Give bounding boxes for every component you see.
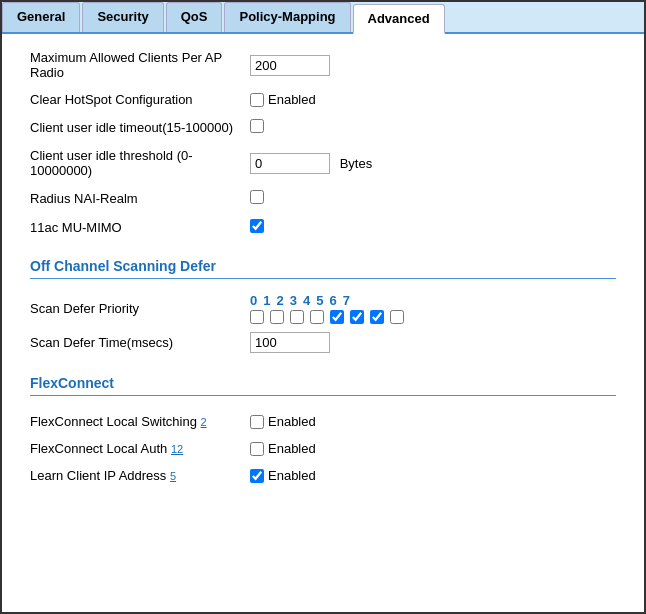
off-channel-header-cell: Off Channel Scanning Defer — [22, 242, 624, 291]
priority-1: 1 — [263, 293, 270, 308]
clear-hotspot-label: Clear HotSpot Configuration — [22, 86, 242, 113]
scan-priority-check-2[interactable] — [290, 310, 304, 324]
scan-defer-priority-value-cell: 0 1 2 3 4 5 6 7 — [242, 291, 624, 326]
flexconnect-header-row: FlexConnect — [22, 359, 624, 408]
client-idle-threshold-input[interactable] — [250, 153, 330, 174]
flexconnect-local-auth-row: FlexConnect Local Auth 12 Enabled — [22, 435, 624, 462]
priority-7: 7 — [343, 293, 350, 308]
mu-mimo-row: 11ac MU-MIMO — [22, 213, 624, 242]
flexconnect-local-switching-row: FlexConnect Local Switching 2 Enabled — [22, 408, 624, 435]
max-clients-input[interactable] — [250, 55, 330, 76]
flexconnect-local-switching-label-cell: FlexConnect Local Switching 2 — [22, 408, 242, 435]
client-idle-threshold-label: Client user idle threshold (0-10000000) — [22, 142, 242, 184]
form-table: Maximum Allowed Clients Per AP Radio Cle… — [22, 44, 624, 489]
clear-hotspot-value-cell: Enabled — [242, 86, 624, 113]
priority-4: 4 — [303, 293, 310, 308]
radius-nai-checkbox[interactable] — [250, 190, 264, 204]
flexconnect-local-switching-enabled-label: Enabled — [268, 414, 316, 429]
scan-priority-checkboxes — [250, 310, 616, 324]
radius-nai-label: Radius NAI-Realm — [22, 184, 242, 213]
priority-5: 5 — [316, 293, 323, 308]
scan-priority-labels: 0 1 2 3 4 5 6 7 — [250, 293, 616, 308]
flexconnect-local-switching-footnote[interactable]: 2 — [201, 416, 207, 428]
tab-bar: General Security QoS Policy-Mapping Adva… — [2, 2, 644, 34]
priority-2: 2 — [276, 293, 283, 308]
scan-priority-check-1[interactable] — [270, 310, 284, 324]
tab-qos[interactable]: QoS — [166, 2, 223, 32]
scan-defer-time-row: Scan Defer Time(msecs) — [22, 326, 624, 359]
max-clients-label: Maximum Allowed Clients Per AP Radio — [22, 44, 242, 86]
tab-advanced[interactable]: Advanced — [353, 4, 445, 34]
scan-priority-check-4[interactable] — [330, 310, 344, 324]
scan-priority-check-3[interactable] — [310, 310, 324, 324]
off-channel-header-row: Off Channel Scanning Defer — [22, 242, 624, 291]
client-idle-timeout-label: Client user idle timeout(15-100000) — [22, 113, 242, 142]
flexconnect-local-switching-value-cell: Enabled — [242, 408, 624, 435]
mu-mimo-checkbox[interactable] — [250, 219, 264, 233]
flexconnect-local-auth-checkbox[interactable] — [250, 442, 264, 456]
priority-3: 3 — [290, 293, 297, 308]
client-idle-timeout-checkbox[interactable] — [250, 119, 264, 133]
flexconnect-local-switching-label: FlexConnect Local Switching — [30, 414, 197, 429]
flexconnect-local-auth-label-cell: FlexConnect Local Auth 12 — [22, 435, 242, 462]
max-clients-row: Maximum Allowed Clients Per AP Radio — [22, 44, 624, 86]
flexconnect-divider — [30, 395, 616, 396]
clear-hotspot-enabled-label: Enabled — [268, 92, 316, 107]
client-idle-threshold-value-cell: Bytes — [242, 142, 624, 184]
learn-client-ip-row: Learn Client IP Address 5 Enabled — [22, 462, 624, 489]
mu-mimo-label: 11ac MU-MIMO — [22, 213, 242, 242]
off-channel-divider — [30, 278, 616, 279]
tab-security[interactable]: Security — [82, 2, 163, 32]
priority-6: 6 — [329, 293, 336, 308]
learn-client-ip-value-cell: Enabled — [242, 462, 624, 489]
tab-general[interactable]: General — [2, 2, 80, 32]
scan-priority-check-5[interactable] — [350, 310, 364, 324]
radius-nai-row: Radius NAI-Realm — [22, 184, 624, 213]
learn-client-ip-label: Learn Client IP Address — [30, 468, 166, 483]
scan-priority-check-6[interactable] — [370, 310, 384, 324]
tab-policy-mapping[interactable]: Policy-Mapping — [224, 2, 350, 32]
client-idle-threshold-row: Client user idle threshold (0-10000000) … — [22, 142, 624, 184]
priority-0: 0 — [250, 293, 257, 308]
max-clients-value-cell — [242, 44, 624, 86]
flexconnect-local-auth-value-cell: Enabled — [242, 435, 624, 462]
learn-client-ip-checkbox[interactable] — [250, 469, 264, 483]
radius-nai-value-cell — [242, 184, 624, 213]
clear-hotspot-row: Clear HotSpot Configuration Enabled — [22, 86, 624, 113]
client-idle-timeout-value-cell — [242, 113, 624, 142]
flexconnect-local-auth-footnote[interactable]: 12 — [171, 443, 183, 455]
mu-mimo-value-cell — [242, 213, 624, 242]
bytes-label: Bytes — [340, 156, 373, 171]
page-wrapper: General Security QoS Policy-Mapping Adva… — [0, 0, 646, 614]
scan-defer-time-input[interactable] — [250, 332, 330, 353]
flexconnect-header: FlexConnect — [30, 365, 616, 395]
scan-defer-time-label: Scan Defer Time(msecs) — [22, 326, 242, 359]
flexconnect-local-switching-checkbox[interactable] — [250, 415, 264, 429]
clear-hotspot-checkbox[interactable] — [250, 93, 264, 107]
learn-client-ip-enabled-label: Enabled — [268, 468, 316, 483]
scan-priority-check-0[interactable] — [250, 310, 264, 324]
flexconnect-local-auth-label: FlexConnect Local Auth — [30, 441, 167, 456]
scan-defer-priority-label: Scan Defer Priority — [22, 291, 242, 326]
scan-defer-priority-row: Scan Defer Priority 0 1 2 3 4 5 6 7 — [22, 291, 624, 326]
flexconnect-local-auth-enabled-label: Enabled — [268, 441, 316, 456]
content-area: Maximum Allowed Clients Per AP Radio Cle… — [2, 34, 644, 509]
scan-defer-time-value-cell — [242, 326, 624, 359]
scan-priority-check-7[interactable] — [390, 310, 404, 324]
flexconnect-header-cell: FlexConnect — [22, 359, 624, 408]
off-channel-header: Off Channel Scanning Defer — [30, 248, 616, 278]
learn-client-ip-footnote[interactable]: 5 — [170, 470, 176, 482]
client-idle-timeout-row: Client user idle timeout(15-100000) — [22, 113, 624, 142]
learn-client-ip-label-cell: Learn Client IP Address 5 — [22, 462, 242, 489]
